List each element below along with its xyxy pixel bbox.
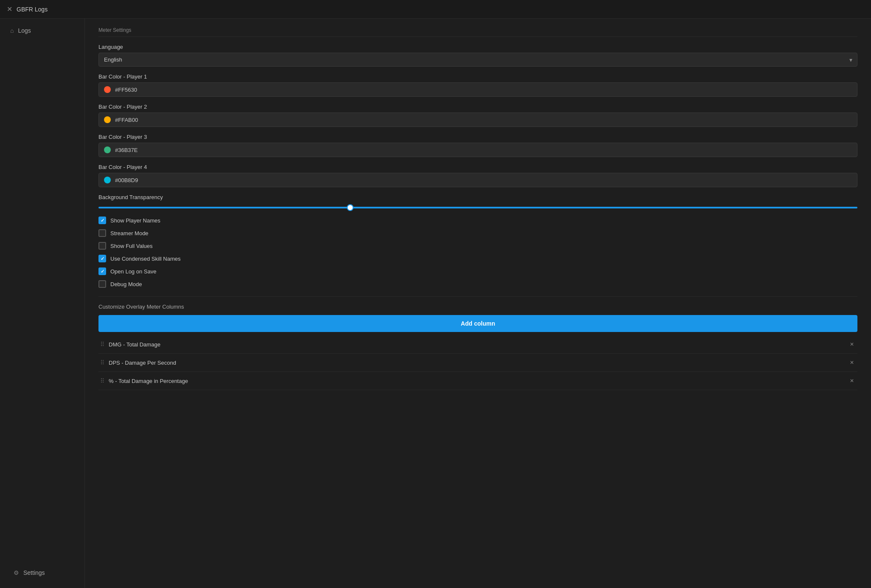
- sidebar-top: ⌂ Logs: [0, 22, 84, 39]
- column-remove-dps[interactable]: ✕: [848, 359, 856, 366]
- bar-color-player-1-label: Bar Color - Player 1: [98, 73, 857, 80]
- main-layout: ⌂ Logs ⚙ Settings Meter Settings Languag…: [0, 19, 871, 588]
- bar-color-player-4-label: Bar Color - Player 4: [98, 164, 857, 170]
- bar-color-player-1-input[interactable]: #FF5630: [98, 82, 857, 97]
- transparency-slider[interactable]: [98, 207, 857, 208]
- drag-handle-pct-total[interactable]: ⠿: [100, 377, 104, 384]
- checkbox-label-streamer-mode: Streamer Mode: [110, 230, 149, 236]
- bar-color-player-2-input[interactable]: #FFAB00: [98, 113, 857, 127]
- sidebar-settings-label: Settings: [23, 569, 45, 576]
- column-remove-dmg-total[interactable]: ✕: [848, 340, 856, 348]
- sidebar: ⌂ Logs ⚙ Settings: [0, 19, 85, 588]
- sidebar-bottom: ⚙ Settings: [0, 561, 84, 585]
- customize-columns-label: Customize Overlay Meter Columns: [98, 304, 857, 310]
- checkbox-use-condensed-skill-names[interactable]: [98, 255, 106, 262]
- sidebar-item-label: Logs: [18, 27, 31, 34]
- bar-color-player-2-group: Bar Color - Player 2#FFAB00: [98, 104, 857, 127]
- columns-container: ⠿DMG - Total Damage✕⠿DPS - Damage Per Se…: [98, 335, 857, 390]
- bar-color-player-3-group: Bar Color - Player 3#36B37E: [98, 134, 857, 157]
- column-row-left-pct-total: ⠿% - Total Damage in Percentage: [100, 377, 188, 384]
- home-icon: ⌂: [10, 27, 14, 34]
- language-label: Language: [98, 44, 857, 50]
- checkboxes-container: Show Player NamesStreamer ModeShow Full …: [98, 217, 857, 288]
- bar-color-player-4-group: Bar Color - Player 4#00B8D9: [98, 164, 857, 187]
- checkbox-show-full-values[interactable]: [98, 242, 106, 250]
- bar-color-player-2-label: Bar Color - Player 2: [98, 104, 857, 110]
- column-row-pct-total: ⠿% - Total Damage in Percentage✕: [98, 372, 857, 390]
- drag-handle-dmg-total[interactable]: ⠿: [100, 341, 104, 348]
- checkbox-label-show-full-values: Show Full Values: [110, 243, 152, 249]
- checkbox-open-log-on-save[interactable]: [98, 267, 106, 275]
- bar-color-player-3-dot: [104, 146, 111, 153]
- language-select[interactable]: English: [98, 53, 857, 67]
- checkbox-row-show-player-names[interactable]: Show Player Names: [98, 217, 857, 224]
- column-label-dmg-total: DMG - Total Damage: [109, 341, 160, 348]
- checkbox-label-use-condensed-skill-names: Use Condensed Skill Names: [110, 256, 180, 262]
- checkbox-streamer-mode[interactable]: [98, 229, 106, 237]
- checkbox-label-debug-mode: Debug Mode: [110, 281, 142, 287]
- bar-color-player-1-dot: [104, 86, 111, 93]
- drag-handle-dps[interactable]: ⠿: [100, 359, 104, 366]
- title-bar: ✕ GBFR Logs: [0, 0, 871, 19]
- column-row-left-dmg-total: ⠿DMG - Total Damage: [100, 341, 160, 348]
- bar-color-player-3-input[interactable]: #36B37E: [98, 143, 857, 157]
- column-row-dmg-total: ⠿DMG - Total Damage✕: [98, 335, 857, 354]
- column-row-dps: ⠿DPS - Damage Per Second✕: [98, 354, 857, 372]
- column-label-dps: DPS - Damage Per Second: [109, 360, 176, 366]
- close-button[interactable]: ✕: [7, 5, 12, 13]
- bar-color-player-1-value: #FF5630: [115, 87, 137, 93]
- bar-colors-container: Bar Color - Player 1#FF5630Bar Color - P…: [98, 73, 857, 187]
- checkbox-row-streamer-mode[interactable]: Streamer Mode: [98, 229, 857, 237]
- background-transparency-group: Background Transparency: [98, 194, 857, 210]
- bar-color-player-2-dot: [104, 116, 111, 123]
- bar-color-player-2-value: #FFAB00: [115, 117, 138, 123]
- app-title: GBFR Logs: [17, 6, 48, 13]
- add-column-button[interactable]: Add column: [98, 315, 857, 332]
- checkbox-label-show-player-names: Show Player Names: [110, 217, 160, 224]
- checkbox-row-show-full-values[interactable]: Show Full Values: [98, 242, 857, 250]
- bar-color-player-4-value: #00B8D9: [115, 177, 138, 183]
- content-area: Meter Settings Language English Bar Colo…: [85, 19, 871, 588]
- bar-color-player-3-label: Bar Color - Player 3: [98, 134, 857, 140]
- checkbox-debug-mode[interactable]: [98, 280, 106, 288]
- column-remove-pct-total[interactable]: ✕: [848, 377, 856, 385]
- checkbox-row-debug-mode[interactable]: Debug Mode: [98, 280, 857, 288]
- language-select-wrapper: English: [98, 53, 857, 67]
- bar-color-player-4-dot: [104, 177, 111, 183]
- language-field-group: Language English: [98, 44, 857, 67]
- bar-color-player-3-value: #36B37E: [115, 147, 138, 153]
- checkbox-row-open-log-on-save[interactable]: Open Log on Save: [98, 267, 857, 275]
- column-row-left-dps: ⠿DPS - Damage Per Second: [100, 359, 176, 366]
- section-title: Meter Settings: [98, 27, 857, 37]
- bar-color-player-1-group: Bar Color - Player 1#FF5630: [98, 73, 857, 97]
- sidebar-item-settings[interactable]: ⚙ Settings: [7, 565, 78, 580]
- sidebar-item-logs[interactable]: ⌂ Logs: [3, 23, 81, 38]
- checkbox-row-use-condensed-skill-names[interactable]: Use Condensed Skill Names: [98, 255, 857, 262]
- section-divider: [98, 296, 857, 297]
- checkbox-label-open-log-on-save: Open Log on Save: [110, 268, 156, 275]
- bar-color-player-4-input[interactable]: #00B8D9: [98, 173, 857, 187]
- checkbox-show-player-names[interactable]: [98, 217, 106, 224]
- column-label-pct-total: % - Total Damage in Percentage: [109, 378, 188, 384]
- gear-icon: ⚙: [14, 569, 19, 576]
- transparency-label: Background Transparency: [98, 194, 857, 200]
